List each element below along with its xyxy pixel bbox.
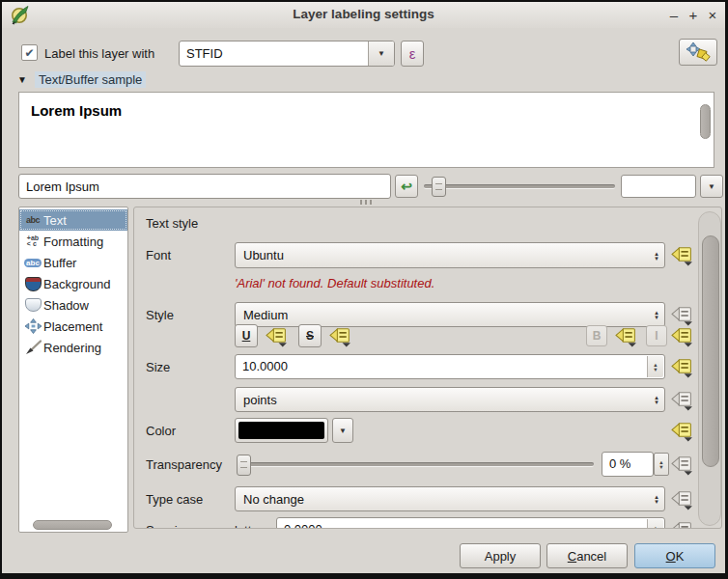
strikeout-button[interactable]: S	[298, 324, 322, 347]
attribute-field-input[interactable]	[180, 41, 368, 66]
data-defined-icon	[671, 325, 693, 347]
underline-button[interactable]: U	[235, 324, 258, 347]
type-case-data-defined-button[interactable]	[671, 488, 693, 514]
sample-font-size-slider[interactable]	[424, 175, 615, 198]
transparency-data-defined-button[interactable]	[671, 454, 693, 480]
font-combo[interactable]: Ubuntu ▴▾	[235, 242, 665, 268]
combo-spinner-icon: ▴▾	[649, 494, 664, 504]
placement-settings-icon	[686, 42, 711, 62]
size-units-combo[interactable]: points ▴▾	[235, 387, 665, 412]
size-label: Size	[146, 360, 170, 374]
auto-placement-settings-button[interactable]	[679, 39, 717, 66]
panel-scrollbar-thumb[interactable]	[702, 235, 719, 467]
sidebar-item-shadow[interactable]: Shadow	[19, 294, 127, 316]
sample-text-input-wrap	[18, 174, 391, 199]
sidebar-item-label: Placement	[43, 319, 102, 334]
rendering-brush-icon	[22, 340, 43, 355]
slider-handle[interactable]	[237, 455, 251, 476]
layer-labeling-dialog: Layer labeling settings – + × ✔ Label th…	[0, 0, 728, 579]
data-defined-icon	[671, 420, 693, 442]
close-button[interactable]: ×	[704, 2, 721, 28]
collapse-triangle-icon: ▼	[17, 74, 27, 85]
sidebar-item-label: Text	[43, 213, 67, 228]
transparency-spin-arrows[interactable]: ▴▾	[654, 453, 669, 476]
color-swatch	[238, 422, 324, 439]
ok-button[interactable]: OK	[634, 543, 715, 568]
combo-spinner-icon: ▴▾	[649, 251, 664, 261]
apply-button[interactable]: Apply	[460, 543, 541, 568]
font-color-button[interactable]	[235, 418, 328, 443]
bold-button: B	[586, 325, 607, 346]
chevron-down-icon: ▼	[708, 182, 715, 191]
font-warning-text: 'Arial' not found. Default substituted.	[235, 276, 434, 290]
sidebar-item-label: Background	[43, 277, 110, 291]
color-data-defined-button[interactable]	[671, 420, 693, 446]
font-color-dropdown-button[interactable]: ▼	[332, 418, 353, 443]
size-units-data-defined-button[interactable]	[671, 389, 693, 415]
italic-button: I	[646, 325, 667, 346]
type-case-combo[interactable]: No change ▴▾	[235, 486, 665, 511]
label-this-layer-checkbox[interactable]: ✔	[21, 44, 38, 61]
titlebar: Layer labeling settings – + ×	[2, 2, 725, 28]
background-icon	[22, 277, 43, 291]
sidebar-item-text[interactable]: abc Text	[19, 209, 127, 231]
data-defined-icon	[671, 244, 693, 266]
font-data-defined-button[interactable]	[671, 244, 693, 270]
size-spinbox[interactable]: 10.0000 ▴▾	[235, 354, 665, 379]
sidebar-item-background[interactable]: Background	[19, 273, 127, 294]
data-defined-icon	[671, 304, 693, 326]
sidebar-item-placement[interactable]: Placement	[19, 316, 127, 337]
combo-spinner-icon: ▴▾	[649, 310, 664, 319]
spacing-letter-label: letter	[235, 523, 263, 529]
transparency-slider[interactable]	[235, 452, 596, 477]
attribute-field-combo[interactable]: ▼	[179, 41, 395, 67]
combo-spinner-icon: ▴▾	[649, 395, 664, 404]
sidebar-item-formatting[interactable]: +ab < c Formatting	[19, 231, 127, 252]
spinbox-arrows[interactable]: ▴▾	[647, 519, 663, 529]
sidebar-item-buffer[interactable]: abc Buffer	[19, 252, 127, 273]
undo-icon: ↩	[401, 179, 412, 194]
preview-scrollbar[interactable]	[700, 104, 711, 139]
panel-scrollbar[interactable]	[698, 211, 721, 526]
sidebar-item-rendering[interactable]: Rendering	[19, 337, 127, 358]
settings-category-list: abc Text +ab < c Formatting abc Buffer B…	[18, 207, 128, 533]
panel-title: Text style	[146, 216, 198, 231]
expression-button[interactable]: ε	[401, 41, 424, 67]
sidebar-item-label: Rendering	[43, 341, 101, 355]
data-defined-icon	[671, 356, 693, 378]
sample-color-dropdown-button[interactable]: ▼	[700, 175, 723, 198]
sample-text-input[interactable]	[19, 175, 397, 198]
transparency-label: Transparency	[146, 457, 222, 472]
style-combo[interactable]: Medium ▴▾	[235, 302, 665, 327]
underline-data-defined-button[interactable]	[266, 325, 288, 351]
data-defined-icon	[671, 519, 693, 529]
spinbox-arrows[interactable]: ▴▾	[647, 356, 663, 377]
maximize-button[interactable]: +	[685, 2, 702, 28]
reset-sample-button[interactable]: ↩	[395, 175, 418, 198]
cancel-button[interactable]: Cancel	[546, 543, 628, 568]
minimize-button[interactable]: –	[665, 2, 683, 28]
formatting-icon: +ab < c	[22, 235, 43, 247]
data-defined-icon	[671, 488, 693, 510]
placement-icon	[22, 318, 43, 334]
size-data-defined-button[interactable]	[671, 356, 693, 382]
sample-background-color-swatch[interactable]	[621, 175, 696, 198]
bold-data-defined-button[interactable]	[615, 325, 637, 351]
transparency-spinbox[interactable]: 0 %	[602, 452, 654, 477]
slider-handle[interactable]	[432, 177, 446, 197]
font-label: Font	[146, 248, 171, 262]
italic-data-defined-button[interactable]	[671, 325, 693, 351]
splitter-handle[interactable]	[360, 200, 372, 205]
sidebar-item-label: Shadow	[43, 298, 89, 313]
sidebar-hscrollbar[interactable]	[33, 520, 112, 530]
buffer-icon: abc	[22, 259, 43, 267]
text-buffer-preview: Lorem Ipsum	[18, 92, 714, 168]
spacing-letter-spinbox[interactable]: 0.0000 ▴▾	[276, 517, 665, 529]
spacing-data-defined-button[interactable]	[671, 519, 693, 529]
data-defined-icon	[671, 389, 693, 411]
strikeout-data-defined-button[interactable]	[329, 325, 351, 351]
sample-section-header[interactable]: ▼ Text/Buffer sample	[17, 71, 146, 88]
chevron-down-icon: ▼	[378, 49, 385, 58]
color-label: Color	[146, 424, 176, 438]
data-defined-icon	[615, 325, 637, 347]
